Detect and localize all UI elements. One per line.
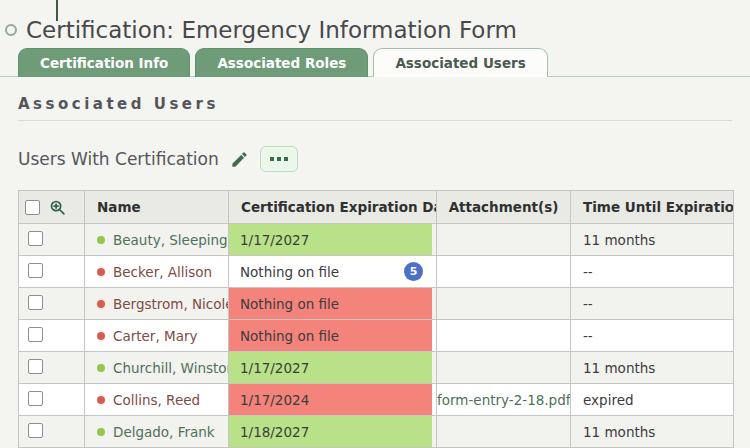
expiration-cell: Nothing on file 5 bbox=[229, 256, 437, 288]
table-row: Becker, Allison Nothing on file 5 -- bbox=[19, 256, 734, 288]
status-dot-icon bbox=[97, 396, 105, 404]
attachment-cell bbox=[437, 256, 571, 288]
tab-associated-roles[interactable]: Associated Roles bbox=[195, 48, 368, 77]
row-checkbox[interactable] bbox=[28, 423, 43, 438]
page-header: Certification: Emergency Information For… bbox=[5, 17, 517, 43]
user-name-link[interactable]: Churchill, Winston bbox=[113, 360, 229, 376]
row-checkbox[interactable] bbox=[28, 263, 43, 278]
more-options-button[interactable] bbox=[260, 146, 298, 172]
expiration-cell: Nothing on file bbox=[229, 288, 437, 320]
column-header-name[interactable]: Name bbox=[85, 191, 229, 224]
attachment-link[interactable]: form-entry-2-18.pdf bbox=[437, 392, 571, 408]
name-cell: Collins, Reed bbox=[85, 384, 229, 416]
name-cell: Delgado, Frank bbox=[85, 416, 229, 448]
tab-bar: Certification Info Associated Roles Asso… bbox=[18, 48, 548, 77]
status-dot-icon bbox=[97, 236, 105, 244]
edit-button[interactable] bbox=[230, 150, 249, 169]
attachment-cell bbox=[437, 288, 571, 320]
circle-outline-icon bbox=[5, 24, 17, 36]
tab-certification-info[interactable]: Certification Info bbox=[18, 48, 190, 77]
select-all-header-cell bbox=[19, 191, 85, 224]
pencil-icon bbox=[230, 150, 249, 169]
row-checkbox[interactable] bbox=[28, 327, 43, 342]
status-dot-icon bbox=[97, 268, 105, 276]
name-cell: Bergstrom, Nicole bbox=[85, 288, 229, 320]
time-until-cell: -- bbox=[571, 288, 734, 320]
user-name-link[interactable]: Delgado, Frank bbox=[113, 424, 215, 440]
ellipsis-icon bbox=[270, 157, 288, 161]
attachment-cell bbox=[437, 416, 571, 448]
name-cell: Becker, Allison bbox=[85, 256, 229, 288]
row-checkbox[interactable] bbox=[28, 231, 43, 246]
attachment-cell bbox=[437, 320, 571, 352]
attachment-cell bbox=[437, 224, 571, 256]
table-header-row: Name Certification Expiration Date Attac… bbox=[19, 191, 734, 224]
time-until-cell: 11 months bbox=[571, 352, 734, 384]
row-checkbox[interactable] bbox=[28, 295, 43, 310]
attachment-cell bbox=[437, 352, 571, 384]
row-select-cell bbox=[19, 384, 85, 416]
time-until-cell: 11 months bbox=[571, 224, 734, 256]
expiration-text: 1/18/2027 bbox=[240, 424, 309, 440]
users-with-certification-table: Name Certification Expiration Date Attac… bbox=[18, 190, 734, 448]
row-checkbox[interactable] bbox=[28, 359, 43, 374]
expiration-text: 1/17/2027 bbox=[240, 360, 309, 376]
row-select-cell bbox=[19, 288, 85, 320]
time-until-cell: 11 months bbox=[571, 416, 734, 448]
users-with-certification-header: Users With Certification bbox=[18, 145, 298, 173]
row-select-cell bbox=[19, 320, 85, 352]
expiration-cell: 1/17/2027 bbox=[229, 224, 437, 256]
table-row: Beauty, Sleeping 1/17/2027 11 months bbox=[19, 224, 734, 256]
status-dot-icon bbox=[97, 364, 105, 372]
status-dot-icon bbox=[97, 428, 105, 436]
column-header-time-until-expiration[interactable]: Time Until Expiration bbox=[571, 191, 734, 224]
table-row: Bergstrom, Nicole Nothing on file -- bbox=[19, 288, 734, 320]
user-name-link[interactable]: Carter, Mary bbox=[113, 328, 197, 344]
name-cell: Churchill, Winston bbox=[85, 352, 229, 384]
column-header-attachments[interactable]: Attachment(s) bbox=[437, 191, 571, 224]
table-row: Carter, Mary Nothing on file -- bbox=[19, 320, 734, 352]
zoom-in-icon[interactable] bbox=[49, 199, 66, 216]
column-header-expiration-date[interactable]: Certification Expiration Date bbox=[229, 191, 437, 224]
expiration-text: Nothing on file bbox=[240, 296, 339, 312]
row-select-cell bbox=[19, 416, 85, 448]
table-row: Delgado, Frank 1/18/2027 11 months bbox=[19, 416, 734, 448]
subsection-heading: Users With Certification bbox=[18, 149, 219, 169]
row-checkbox[interactable] bbox=[28, 391, 43, 406]
user-name-link[interactable]: Collins, Reed bbox=[113, 392, 200, 408]
expiration-text: Nothing on file bbox=[240, 328, 339, 344]
attachment-cell: form-entry-2-18.pdf bbox=[437, 384, 571, 416]
select-all-checkbox[interactable] bbox=[25, 200, 40, 215]
expiration-text: 1/17/2027 bbox=[240, 232, 309, 248]
table-row: Collins, Reed 1/17/2024 form-entry-2-18.… bbox=[19, 384, 734, 416]
expiration-cell: Nothing on file bbox=[229, 320, 437, 352]
time-until-cell: -- bbox=[571, 320, 734, 352]
table-body: Beauty, Sleeping 1/17/2027 11 months Bec… bbox=[19, 224, 734, 448]
time-until-cell: -- bbox=[571, 256, 734, 288]
time-until-cell: expired bbox=[571, 384, 734, 416]
section-divider bbox=[18, 120, 732, 121]
section-heading: Associated Users bbox=[18, 95, 219, 113]
expiration-cell: 1/18/2027 bbox=[229, 416, 437, 448]
row-select-cell bbox=[19, 256, 85, 288]
expiration-cell: 1/17/2024 bbox=[229, 384, 437, 416]
row-select-cell bbox=[19, 224, 85, 256]
status-dot-icon bbox=[97, 332, 105, 340]
user-name-link[interactable]: Becker, Allison bbox=[113, 264, 212, 280]
row-select-cell bbox=[19, 352, 85, 384]
user-name-link[interactable]: Beauty, Sleeping bbox=[113, 232, 228, 248]
expiration-text: Nothing on file bbox=[240, 264, 339, 280]
table-row: Churchill, Winston 1/17/2027 11 months bbox=[19, 352, 734, 384]
status-dot-icon bbox=[97, 300, 105, 308]
expiration-text: 1/17/2024 bbox=[240, 392, 309, 408]
count-badge[interactable]: 5 bbox=[404, 262, 423, 281]
user-name-link[interactable]: Bergstrom, Nicole bbox=[113, 296, 229, 312]
name-cell: Beauty, Sleeping bbox=[85, 224, 229, 256]
page-title: Certification: Emergency Information For… bbox=[26, 17, 517, 43]
expiration-cell: 1/17/2027 bbox=[229, 352, 437, 384]
tab-associated-users[interactable]: Associated Users bbox=[373, 48, 547, 77]
name-cell: Carter, Mary bbox=[85, 320, 229, 352]
